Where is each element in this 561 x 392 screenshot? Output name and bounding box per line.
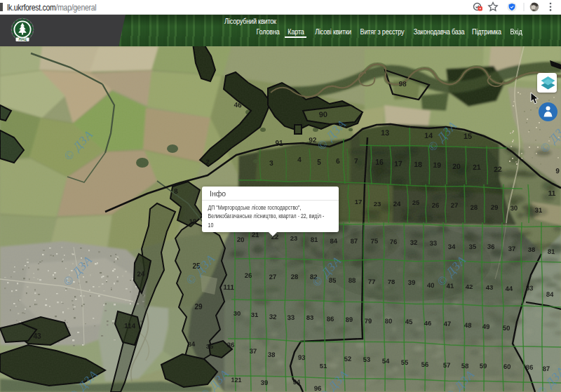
svg-text:ЛІАЦ: ЛІАЦ	[18, 38, 27, 41]
